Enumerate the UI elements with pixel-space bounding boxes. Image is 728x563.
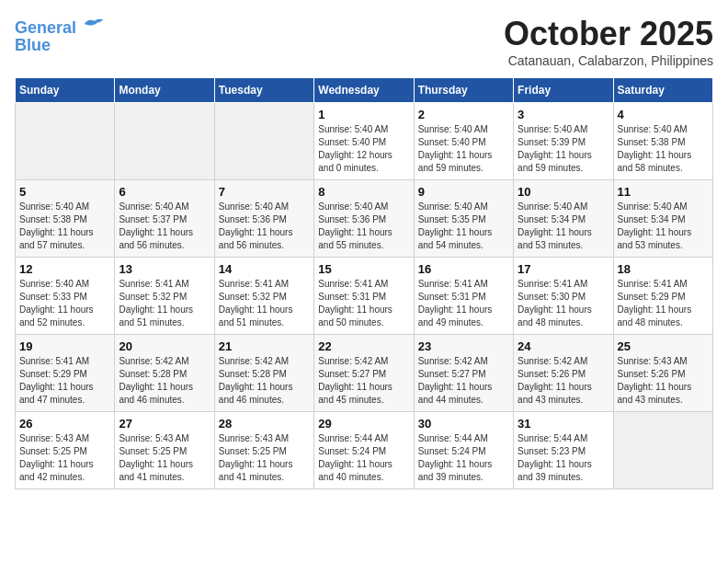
day-number: 6 — [119, 185, 210, 199]
day-number: 1 — [318, 108, 409, 121]
calendar-cell: 9Sunrise: 5:40 AMSunset: 5:35 PMDaylight… — [414, 180, 513, 258]
day-number: 29 — [318, 417, 409, 431]
day-info: Sunrise: 5:41 AMSunset: 5:29 PMDaylight:… — [19, 355, 110, 407]
day-info: Sunrise: 5:42 AMSunset: 5:27 PMDaylight:… — [418, 355, 509, 407]
calendar-cell: 13Sunrise: 5:41 AMSunset: 5:32 PMDayligh… — [115, 258, 214, 335]
calendar-cell: 15Sunrise: 5:41 AMSunset: 5:31 PMDayligh… — [314, 258, 414, 335]
day-number: 20 — [119, 339, 210, 353]
calendar-cell: 27Sunrise: 5:43 AMSunset: 5:25 PMDayligh… — [115, 412, 214, 489]
day-number: 27 — [119, 417, 210, 431]
weekday-header-sunday: Sunday — [16, 78, 115, 103]
day-number: 8 — [318, 185, 409, 199]
calendar-cell: 1Sunrise: 5:40 AMSunset: 5:40 PMDaylight… — [314, 103, 414, 180]
day-info: Sunrise: 5:44 AMSunset: 5:24 PMDaylight:… — [418, 432, 509, 484]
calendar-cell — [115, 103, 214, 180]
calendar-cell: 30Sunrise: 5:44 AMSunset: 5:24 PMDayligh… — [414, 412, 513, 489]
calendar-cell: 6Sunrise: 5:40 AMSunset: 5:37 PMDaylight… — [115, 180, 214, 258]
weekday-header-friday: Friday — [514, 78, 613, 103]
day-info: Sunrise: 5:40 AMSunset: 5:36 PMDaylight:… — [318, 201, 409, 252]
day-number: 4 — [618, 108, 709, 121]
day-info: Sunrise: 5:40 AMSunset: 5:38 PMDaylight:… — [19, 201, 110, 252]
day-info: Sunrise: 5:40 AMSunset: 5:34 PMDaylight:… — [618, 201, 709, 252]
day-number: 30 — [418, 417, 509, 431]
day-number: 16 — [418, 262, 509, 276]
calendar-cell: 22Sunrise: 5:42 AMSunset: 5:27 PMDayligh… — [314, 335, 414, 412]
day-info: Sunrise: 5:41 AMSunset: 5:32 PMDaylight:… — [219, 278, 310, 329]
day-info: Sunrise: 5:40 AMSunset: 5:39 PMDaylight:… — [518, 123, 609, 175]
day-info: Sunrise: 5:41 AMSunset: 5:31 PMDaylight:… — [318, 278, 409, 329]
day-info: Sunrise: 5:42 AMSunset: 5:27 PMDaylight:… — [318, 355, 409, 407]
calendar-cell — [16, 103, 115, 180]
logo-bird-icon — [83, 15, 105, 33]
day-info: Sunrise: 5:41 AMSunset: 5:30 PMDaylight:… — [518, 278, 609, 329]
day-info: Sunrise: 5:40 AMSunset: 5:35 PMDaylight:… — [418, 201, 509, 252]
day-number: 23 — [418, 339, 509, 353]
calendar-cell: 25Sunrise: 5:43 AMSunset: 5:26 PMDayligh… — [613, 335, 712, 412]
logo-text: General — [15, 15, 105, 38]
calendar-cell: 29Sunrise: 5:44 AMSunset: 5:24 PMDayligh… — [314, 412, 414, 489]
day-info: Sunrise: 5:43 AMSunset: 5:25 PMDaylight:… — [119, 432, 210, 484]
day-number: 11 — [618, 185, 709, 199]
weekday-header-monday: Monday — [115, 78, 214, 103]
calendar-week-row: 19Sunrise: 5:41 AMSunset: 5:29 PMDayligh… — [16, 335, 713, 412]
day-info: Sunrise: 5:42 AMSunset: 5:28 PMDaylight:… — [119, 355, 210, 407]
day-info: Sunrise: 5:43 AMSunset: 5:25 PMDaylight:… — [219, 432, 310, 484]
calendar-cell: 26Sunrise: 5:43 AMSunset: 5:25 PMDayligh… — [16, 412, 115, 489]
calendar-cell: 3Sunrise: 5:40 AMSunset: 5:39 PMDaylight… — [514, 103, 613, 180]
day-info: Sunrise: 5:40 AMSunset: 5:38 PMDaylight:… — [618, 123, 709, 175]
calendar-cell: 21Sunrise: 5:42 AMSunset: 5:28 PMDayligh… — [214, 335, 313, 412]
calendar-cell: 14Sunrise: 5:41 AMSunset: 5:32 PMDayligh… — [214, 258, 313, 335]
weekday-header-saturday: Saturday — [613, 78, 712, 103]
calendar-cell: 10Sunrise: 5:40 AMSunset: 5:34 PMDayligh… — [514, 180, 613, 258]
calendar-week-row: 26Sunrise: 5:43 AMSunset: 5:25 PMDayligh… — [16, 412, 713, 489]
calendar-week-row: 5Sunrise: 5:40 AMSunset: 5:38 PMDaylight… — [16, 180, 713, 258]
calendar-cell: 2Sunrise: 5:40 AMSunset: 5:40 PMDaylight… — [414, 103, 513, 180]
calendar-cell — [214, 103, 313, 180]
day-number: 18 — [618, 262, 709, 276]
weekday-header-thursday: Thursday — [414, 78, 513, 103]
calendar-cell: 4Sunrise: 5:40 AMSunset: 5:38 PMDaylight… — [613, 103, 712, 180]
day-number: 9 — [418, 185, 509, 199]
day-info: Sunrise: 5:40 AMSunset: 5:34 PMDaylight:… — [518, 201, 609, 252]
calendar-header-row: SundayMondayTuesdayWednesdayThursdayFrid… — [16, 78, 713, 103]
calendar-week-row: 12Sunrise: 5:40 AMSunset: 5:33 PMDayligh… — [16, 258, 713, 335]
day-info: Sunrise: 5:41 AMSunset: 5:29 PMDaylight:… — [618, 278, 709, 329]
day-info: Sunrise: 5:40 AMSunset: 5:40 PMDaylight:… — [418, 123, 509, 175]
day-number: 26 — [19, 417, 110, 431]
calendar-cell: 19Sunrise: 5:41 AMSunset: 5:29 PMDayligh… — [16, 335, 115, 412]
day-number: 10 — [518, 185, 609, 199]
day-number: 13 — [119, 262, 210, 276]
day-info: Sunrise: 5:43 AMSunset: 5:25 PMDaylight:… — [19, 432, 110, 484]
calendar-cell: 23Sunrise: 5:42 AMSunset: 5:27 PMDayligh… — [414, 335, 513, 412]
day-number: 14 — [219, 262, 310, 276]
calendar-cell: 24Sunrise: 5:42 AMSunset: 5:26 PMDayligh… — [514, 335, 613, 412]
calendar-cell: 5Sunrise: 5:40 AMSunset: 5:38 PMDaylight… — [16, 180, 115, 258]
calendar-cell: 7Sunrise: 5:40 AMSunset: 5:36 PMDaylight… — [214, 180, 313, 258]
day-info: Sunrise: 5:44 AMSunset: 5:23 PMDaylight:… — [518, 432, 609, 484]
title-area: October 2025 Catanauan, Calabarzon, Phil… — [504, 15, 713, 68]
calendar-cell: 20Sunrise: 5:42 AMSunset: 5:28 PMDayligh… — [115, 335, 214, 412]
day-info: Sunrise: 5:41 AMSunset: 5:32 PMDaylight:… — [119, 278, 210, 329]
header: General Blue October 2025 Catanauan, Cal… — [15, 15, 713, 68]
day-number: 19 — [19, 339, 110, 353]
calendar-cell: 31Sunrise: 5:44 AMSunset: 5:23 PMDayligh… — [514, 412, 613, 489]
month-title: October 2025 — [504, 15, 713, 53]
day-info: Sunrise: 5:43 AMSunset: 5:26 PMDaylight:… — [618, 355, 709, 407]
day-info: Sunrise: 5:41 AMSunset: 5:31 PMDaylight:… — [418, 278, 509, 329]
calendar-table: SundayMondayTuesdayWednesdayThursdayFrid… — [15, 77, 713, 489]
day-info: Sunrise: 5:42 AMSunset: 5:26 PMDaylight:… — [518, 355, 609, 407]
day-info: Sunrise: 5:40 AMSunset: 5:40 PMDaylight:… — [318, 123, 409, 175]
day-number: 31 — [518, 417, 609, 431]
logo-blue: Blue — [15, 36, 105, 55]
calendar-body: 1Sunrise: 5:40 AMSunset: 5:40 PMDaylight… — [16, 103, 713, 489]
location-subtitle: Catanauan, Calabarzon, Philippines — [504, 53, 713, 68]
calendar-cell: 17Sunrise: 5:41 AMSunset: 5:30 PMDayligh… — [514, 258, 613, 335]
calendar-week-row: 1Sunrise: 5:40 AMSunset: 5:40 PMDaylight… — [16, 103, 713, 180]
day-number: 24 — [518, 339, 609, 353]
calendar-cell: 8Sunrise: 5:40 AMSunset: 5:36 PMDaylight… — [314, 180, 414, 258]
calendar-cell: 12Sunrise: 5:40 AMSunset: 5:33 PMDayligh… — [16, 258, 115, 335]
calendar-cell: 28Sunrise: 5:43 AMSunset: 5:25 PMDayligh… — [214, 412, 313, 489]
day-number: 21 — [219, 339, 310, 353]
day-number: 15 — [318, 262, 409, 276]
day-number: 7 — [219, 185, 310, 199]
